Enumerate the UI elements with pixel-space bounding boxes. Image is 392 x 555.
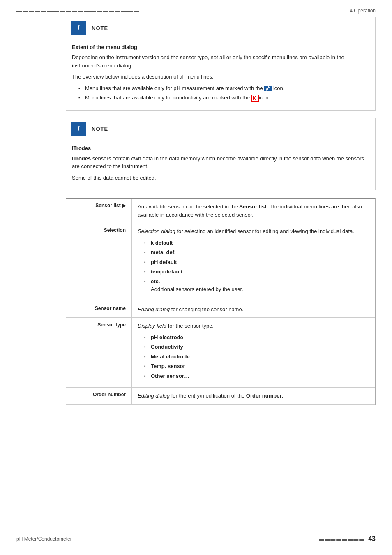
note-title-2: NOTE: [92, 126, 370, 132]
note2-para1: iTrodes sensors contain own data in the …: [72, 155, 369, 171]
right-content: i NOTE Extent of the menu dialog Dependi…: [66, 17, 392, 405]
selection-bullet-k: k default: [146, 239, 369, 247]
note1-bullet-2-after: icon.: [259, 95, 270, 101]
label-sensor-type: Sensor type: [66, 318, 132, 387]
note1-para1: Depending on the instrument version and …: [72, 53, 369, 69]
note1-section-title: Extent of the menu dialog: [72, 44, 369, 50]
table-row-selection: Selection Selection dialog for selecting…: [66, 223, 375, 301]
header-bar: ▬▬▬▬▬▬▬▬▬▬▬▬▬▬▬▬▬▬▬▬ 4 Operation: [0, 0, 392, 17]
note-box-2: i NOTE iTrodes iTrodes sensors contain o…: [66, 118, 376, 191]
order-number-end: .: [281, 393, 283, 399]
note-box-1: i NOTE Extent of the menu dialog Dependi…: [66, 17, 376, 111]
sensor-list-bold: Sensor list: [239, 204, 266, 210]
sensor-name-italic: Editing dialog: [138, 306, 170, 312]
table-row-sensor-name: Sensor name Editing dialog for changing …: [66, 301, 375, 318]
note1-bullet-1-after: icon.: [273, 85, 284, 91]
sensor-type-bullet-metal: Metal electrode: [146, 353, 369, 361]
ph-badge: pH: [264, 86, 272, 91]
sensor-type-rest: for the sensor type.: [166, 323, 214, 329]
note1-bullet-1: Menu lines that are available only for p…: [80, 84, 369, 92]
note-body-2: iTrodes iTrodes sensors contain own data…: [66, 140, 375, 190]
note-body-1: Extent of the menu dialog Depending on t…: [66, 39, 375, 110]
note2-section-title: iTrodes: [72, 145, 369, 151]
sensor-list-text: An available sensor can be selected in t…: [138, 204, 239, 210]
selection-rest: for selecting an identified sensor for e…: [175, 228, 354, 234]
order-number-bold: Order number: [246, 393, 282, 399]
table-outer: Sensor list ▶ An available sensor can be…: [66, 198, 376, 405]
note2-para1-rest: sensors contain own data in the data mem…: [72, 155, 364, 170]
label-sensor-list: Sensor list ▶: [66, 199, 132, 223]
note1-bullet-1-before: Menu lines that are available only for p…: [85, 85, 264, 91]
order-number-rest: for the entry/modification of the: [170, 393, 246, 399]
header-dots: ▬▬▬▬▬▬▬▬▬▬▬▬▬▬▬▬▬▬▬▬: [16, 7, 140, 14]
k-badge: K: [251, 95, 259, 102]
content-order-number: Editing dialog for the entry/modificatio…: [132, 388, 375, 404]
footer-left: pH Meter/Conductometer: [16, 536, 72, 542]
order-number-italic: Editing dialog: [138, 393, 170, 399]
sensor-name-rest: for changing the sensor name.: [170, 306, 243, 312]
selection-note: Additional sensors entered by the user.: [151, 286, 243, 292]
selection-bullet-temp: temp default: [146, 268, 369, 276]
note-title-1: NOTE: [92, 25, 370, 31]
selection-bullet-ph: pH default: [146, 258, 369, 266]
note1-bullet-2-before: Menu lines that are available only for c…: [85, 95, 251, 101]
note-header-1: i NOTE: [66, 17, 375, 39]
selection-bullet-metal: metal def.: [146, 248, 369, 257]
note1-bullet-2: Menu lines that are available only for c…: [80, 94, 369, 102]
page-wrapper: ▬▬▬▬▬▬▬▬▬▬▬▬▬▬▬▬▬▬▬▬ 4 Operation i NOTE …: [0, 0, 392, 555]
content-sensor-type: Display field for the sensor type. pH el…: [132, 318, 375, 387]
label-selection: Selection: [66, 223, 132, 301]
footer-right: ▬▬▬▬▬▬▬▬ 43: [319, 535, 376, 543]
footer-dots: ▬▬▬▬▬▬▬▬: [319, 536, 365, 542]
note2-para2: Some of this data cannot be edited.: [72, 174, 369, 182]
table-row-sensor-list: Sensor list ▶ An available sensor can be…: [66, 199, 375, 223]
note1-para2: The overview below includes a descriptio…: [72, 73, 369, 81]
sensor-type-bullet-ph: pH electrode: [146, 333, 369, 342]
selection-bullet-etc: etc.Additional sensors entered by the us…: [146, 278, 369, 294]
sensor-type-bullet-temp: Temp. sensor: [146, 362, 369, 370]
sensor-type-italic: Display field: [138, 323, 166, 329]
table-row-sensor-type: Sensor type Display field for the sensor…: [66, 318, 375, 388]
sensor-type-bullet-list: pH electrode Conductivity Metal electrod…: [146, 333, 369, 380]
content-sensor-name: Editing dialog for changing the sensor n…: [132, 301, 375, 318]
footer-bar: pH Meter/Conductometer ▬▬▬▬▬▬▬▬ 43: [0, 535, 392, 543]
note-icon-2: i: [71, 122, 86, 136]
footer-page: 43: [368, 535, 376, 543]
label-sensor-name: Sensor name: [66, 301, 132, 318]
note-icon-1: i: [71, 21, 86, 35]
header-chapter: 4 Operation: [350, 8, 376, 14]
table-row-order-number: Order number Editing dialog for the entr…: [66, 388, 375, 405]
note2-itrodes-bold: iTrodes: [72, 155, 91, 162]
sensor-type-bullet-other: Other sensor…: [146, 372, 369, 380]
selection-bullet-list: k default metal def. pH default temp def…: [146, 239, 369, 294]
content-sensor-list: An available sensor can be selected in t…: [132, 199, 375, 223]
content-selection: Selection dialog for selecting an identi…: [132, 223, 375, 301]
note-header-2: i NOTE: [66, 118, 375, 140]
selection-italic: Selection dialog: [138, 228, 175, 234]
label-order-number: Order number: [66, 388, 132, 404]
note1-bullet-list: Menu lines that are available only for p…: [80, 84, 369, 102]
sensor-type-bullet-conductivity: Conductivity: [146, 343, 369, 351]
